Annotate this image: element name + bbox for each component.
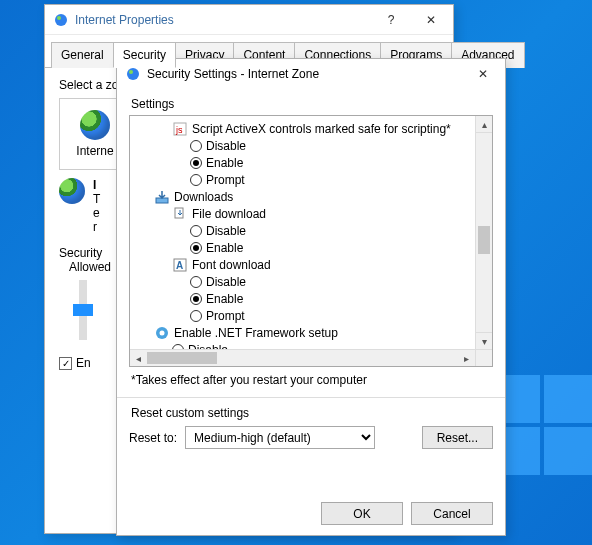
- globe-icon: [80, 110, 110, 140]
- radio-icon[interactable]: [190, 225, 202, 237]
- font-download-icon: A: [172, 257, 188, 273]
- radio-icon[interactable]: [190, 140, 202, 152]
- scroll-down-icon[interactable]: ▾: [476, 332, 492, 349]
- tree-option[interactable]: Enable: [136, 239, 473, 256]
- svg-text:A: A: [176, 260, 183, 271]
- reset-level-combo[interactable]: Medium-high (default): [185, 426, 375, 449]
- slider-thumb[interactable]: [73, 304, 93, 316]
- settings-tree: jsScript ActiveX controls marked safe fo…: [129, 115, 493, 367]
- option-label: Enable: [206, 156, 243, 170]
- zone-label: Interne: [76, 144, 113, 158]
- item-label: Downloads: [174, 190, 233, 204]
- internet-options-icon: [53, 12, 69, 28]
- desktop-decoration: [492, 375, 592, 475]
- option-label: Disable: [206, 275, 246, 289]
- svg-point-2: [127, 68, 139, 80]
- tree-option[interactable]: Disable: [136, 137, 473, 154]
- svg-point-1: [57, 16, 61, 20]
- globe-icon: [59, 178, 85, 204]
- parent-title: Internet Properties: [75, 13, 371, 27]
- item-label: Script ActiveX controls marked safe for …: [192, 122, 451, 136]
- internet-options-icon: [125, 66, 141, 82]
- security-settings-dialog: Security Settings - Internet Zone ✕ Sett…: [116, 58, 506, 536]
- child-title: Security Settings - Internet Zone: [147, 67, 463, 81]
- option-label: Disable: [206, 139, 246, 153]
- zone-heading: I: [93, 178, 100, 192]
- settings-group-label: Settings: [131, 97, 493, 111]
- tree-item[interactable]: AFont download: [136, 256, 473, 273]
- reset-button[interactable]: Reset...: [422, 426, 493, 449]
- radio-icon[interactable]: [190, 310, 202, 322]
- svg-point-11: [160, 330, 165, 335]
- option-label: Enable: [206, 241, 243, 255]
- option-label: Enable: [206, 292, 243, 306]
- parent-titlebar[interactable]: Internet Properties ? ✕: [45, 5, 453, 35]
- option-label: Prompt: [206, 173, 245, 187]
- item-label: File download: [192, 207, 266, 221]
- cancel-button[interactable]: Cancel: [411, 502, 493, 525]
- security-level-slider[interactable]: [79, 280, 87, 340]
- ok-button[interactable]: OK: [321, 502, 403, 525]
- enable-protected-mode-checkbox[interactable]: ✓ En: [59, 356, 91, 370]
- restart-note: *Takes effect after you restart your com…: [131, 373, 491, 387]
- option-label: Prompt: [206, 309, 245, 323]
- vertical-scrollbar[interactable]: ▴ ▾: [475, 116, 492, 349]
- tree-option[interactable]: Prompt: [136, 171, 473, 188]
- scroll-thumb[interactable]: [478, 226, 490, 254]
- settings-tree-view[interactable]: jsScript ActiveX controls marked safe fo…: [130, 116, 475, 349]
- tree-option[interactable]: Disable: [136, 273, 473, 290]
- close-button[interactable]: ✕: [411, 6, 451, 34]
- horizontal-scrollbar[interactable]: ◂ ▸: [130, 349, 475, 366]
- download-icon: [154, 189, 170, 205]
- close-button[interactable]: ✕: [463, 60, 503, 88]
- radio-icon[interactable]: [190, 242, 202, 254]
- tree-option[interactable]: Prompt: [136, 307, 473, 324]
- tab-general[interactable]: General: [51, 42, 114, 68]
- tree-item[interactable]: Enable .NET Framework setup: [136, 324, 473, 341]
- scroll-left-icon[interactable]: ◂: [130, 353, 147, 364]
- tree-option[interactable]: Disable: [136, 222, 473, 239]
- radio-icon[interactable]: [190, 157, 202, 169]
- radio-icon[interactable]: [190, 293, 202, 305]
- tab-security[interactable]: Security: [113, 42, 176, 68]
- scroll-right-icon[interactable]: ▸: [458, 353, 475, 364]
- tree-option[interactable]: Enable: [136, 154, 473, 171]
- radio-icon[interactable]: [190, 276, 202, 288]
- tree-option[interactable]: Enable: [136, 290, 473, 307]
- scroll-thumb[interactable]: [147, 352, 217, 364]
- reset-group-label: Reset custom settings: [131, 406, 493, 420]
- svg-point-3: [129, 70, 133, 74]
- scroll-up-icon[interactable]: ▴: [476, 116, 492, 133]
- reset-to-label: Reset to:: [129, 431, 177, 445]
- svg-point-0: [55, 14, 67, 26]
- item-label: Font download: [192, 258, 271, 272]
- dotnet-icon: [154, 325, 170, 341]
- file-download-icon: [172, 206, 188, 222]
- checkbox-icon: ✓: [59, 357, 72, 370]
- option-label: Disable: [206, 224, 246, 238]
- script-icon: js: [172, 121, 188, 137]
- tree-item[interactable]: jsScript ActiveX controls marked safe fo…: [136, 120, 473, 137]
- tree-item[interactable]: Downloads: [136, 188, 473, 205]
- item-label: Enable .NET Framework setup: [174, 326, 338, 340]
- tree-item[interactable]: File download: [136, 205, 473, 222]
- svg-text:js: js: [175, 125, 183, 135]
- tree-option[interactable]: Disable: [136, 341, 473, 349]
- help-button[interactable]: ?: [371, 6, 411, 34]
- radio-icon[interactable]: [190, 174, 202, 186]
